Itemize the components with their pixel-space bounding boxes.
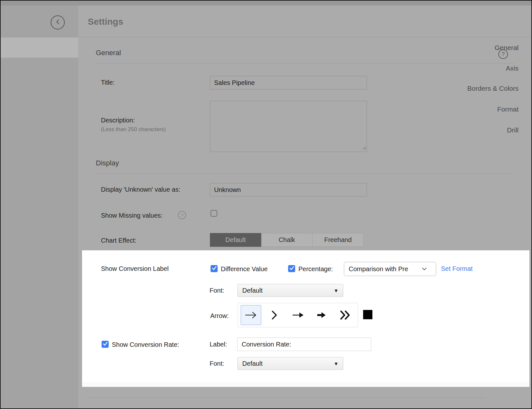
section-divider [96,173,514,173]
arrow-option-chevron[interactable] [264,305,285,325]
solid-head-arrow-icon [292,312,304,319]
dropdown-arrow-icon: ▼ [334,361,338,366]
comparison-select-value: Comparison with Pre [349,265,422,273]
description-hint: (Less than 250 characters) [101,126,166,133]
show-conversion-label-text: Show Conversion Label [101,265,169,272]
sidebar-item-borders-colors[interactable]: Borders & Colors [467,85,519,92]
missing-values-label: Show Missing values: [101,212,162,219]
back-button[interactable] [51,15,65,29]
description-textarea[interactable] [210,101,367,152]
chevron-arrow-icon [271,310,278,320]
chart-effect-option-chalk[interactable]: Chalk [261,233,312,247]
chevron-left-icon [55,19,60,26]
title-input[interactable] [210,76,367,89]
unknown-value-input[interactable] [210,183,367,196]
description-field-wrap [210,101,367,152]
sidebar-item-drill[interactable]: Drill [507,126,519,134]
settings-dialog: Settings General Axis Borders & Colors F… [0,0,532,409]
double-chevron-arrow-icon [340,310,350,320]
set-format-link[interactable]: Set Format [441,265,473,272]
dropdown-arrow-icon: ▼ [334,288,338,293]
missing-values-help-icon[interactable]: ? [178,211,186,219]
comparison-select[interactable]: Comparison with Pre [344,262,436,276]
section-title-general: General [96,49,121,57]
check-icon [289,266,294,271]
check-icon [212,266,217,271]
arrow-label: Arrow: [210,312,229,320]
show-conversion-rate-checkbox[interactable] [102,341,109,348]
conversion-label-font-dropdown[interactable]: Default ▼ [237,284,343,297]
font-label: Font: [210,287,224,294]
conversion-rate-label-input[interactable] [237,338,371,351]
unknown-value-label: Display 'Unknown' value as: [101,186,180,193]
header [78,5,532,37]
percentage-checkbox[interactable] [288,265,295,272]
sidebar [1,5,78,409]
top-strip [1,1,531,5]
sidebar-selected-highlight [1,38,78,58]
arrow-option-thin-arrow[interactable] [241,305,261,325]
chart-effect-segmented-control: Default Chalk Freehand [210,233,364,247]
section-title-display: Display [96,159,119,167]
percentage-label: Percentage: [298,265,333,273]
difference-value-label: Difference Value [221,265,268,273]
difference-value-checkbox[interactable] [211,265,218,272]
thin-arrow-icon [245,311,257,319]
arrow-style-picker [238,303,358,327]
arrow-option-double-chevron[interactable] [335,305,355,325]
sidebar-item-general[interactable]: General [495,44,519,52]
help-icon[interactable]: ? [498,49,508,59]
sidebar-item-axis[interactable]: Axis [506,64,519,72]
section-divider [96,63,514,63]
chart-effect-option-freehand[interactable]: Freehand [312,233,364,247]
chart-effect-option-default[interactable]: Default [210,233,261,247]
show-conversion-rate-label: Show Conversion Rate: [112,341,179,348]
check-icon [103,341,108,347]
page-title: Settings [88,17,123,27]
bold-short-arrow-icon [317,312,326,319]
arrow-color-swatch[interactable] [363,310,372,319]
title-field-label: Title: [101,79,115,86]
missing-values-checkbox[interactable] [211,210,217,217]
chart-effect-label: Chart Effect: [101,237,137,244]
chevron-down-icon [422,266,427,272]
rate-label-field-label: Label: [210,341,227,348]
sidebar-item-format[interactable]: Format [497,105,519,113]
conversion-panel-footer [82,383,529,387]
arrow-option-solid-head[interactable] [288,305,308,325]
description-field-label: Description: [101,117,135,124]
font-label: Font: [210,360,224,367]
conversion-rate-font-dropdown[interactable]: Default ▼ [237,357,343,370]
arrow-option-bold-short[interactable] [311,305,332,325]
footer-divider [89,397,486,398]
